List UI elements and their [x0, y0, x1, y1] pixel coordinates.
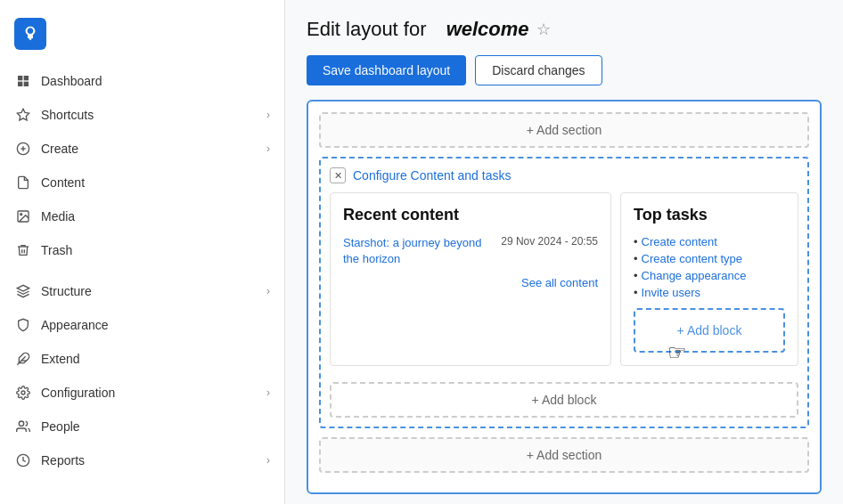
- discard-changes-button[interactable]: Discard changes: [475, 55, 602, 85]
- content-item: Starshot: a journey beyond the horizon 2…: [343, 235, 598, 267]
- page-title: Edit layout for welcome ☆: [307, 18, 822, 41]
- task-item: Change appearance: [634, 269, 785, 282]
- sidebar-item-label: Trash: [41, 243, 270, 257]
- svg-marker-4: [17, 109, 29, 120]
- blocks-row: Recent content Starshot: a journey beyon…: [330, 192, 798, 366]
- see-all-content-link-container: See all content: [343, 276, 598, 289]
- svg-rect-2: [18, 82, 22, 86]
- favorite-star-icon[interactable]: ☆: [536, 20, 551, 39]
- svg-rect-0: [18, 76, 22, 80]
- plus-circle-icon: [14, 140, 32, 158]
- add-block-label: + Add block: [677, 323, 742, 337]
- sidebar-item-trash[interactable]: Trash: [0, 233, 284, 267]
- add-section-top-label: + Add section: [527, 123, 602, 137]
- svg-marker-10: [17, 285, 29, 291]
- sidebar: Dashboard Shortcuts › Create › Content: [0, 0, 285, 504]
- puzzle-icon: [14, 350, 32, 368]
- section-container: ✕ Configure Content and tasks Recent con…: [319, 157, 809, 428]
- app-logo: [14, 18, 46, 50]
- task-link[interactable]: Create content type: [642, 252, 742, 265]
- sidebar-item-label: Shortcuts: [41, 108, 266, 122]
- svg-rect-1: [24, 76, 29, 80]
- configure-section-link[interactable]: Configure Content and tasks: [353, 168, 511, 183]
- trash-icon: [14, 241, 32, 259]
- svg-rect-3: [24, 82, 29, 86]
- content-item-link[interactable]: Starshot: a journey beyond the horizon: [343, 235, 487, 267]
- sidebar-item-label: Configuration: [41, 386, 266, 400]
- drupal-icon: [21, 25, 39, 43]
- task-link[interactable]: Change appearance: [642, 269, 747, 282]
- chevron-right-icon: ›: [266, 386, 270, 399]
- sidebar-item-label: Media: [41, 209, 270, 224]
- task-link[interactable]: Create content: [642, 235, 717, 248]
- task-list: Create content Create content type Chang…: [634, 235, 785, 299]
- add-section-bottom[interactable]: + Add section: [319, 437, 809, 473]
- chevron-right-icon: ›: [266, 109, 270, 121]
- sidebar-item-label: Structure: [41, 284, 266, 298]
- people-icon: [14, 418, 32, 435]
- toolbar: Save dashboard layout Discard changes: [307, 55, 822, 85]
- task-item: Invite users: [634, 286, 785, 299]
- sidebar-item-people[interactable]: People: [0, 410, 284, 443]
- task-item: Create content type: [634, 252, 785, 265]
- chevron-right-icon: ›: [266, 454, 270, 467]
- sidebar-item-content[interactable]: Content: [0, 166, 284, 199]
- content-item-date: 29 Nov 2024 - 20:55: [501, 235, 598, 248]
- chevron-right-icon: ›: [266, 142, 270, 155]
- top-tasks-block: Top tasks Create content Create content …: [620, 192, 798, 366]
- main-content: Edit layout for welcome ☆ Save dashboard…: [285, 0, 843, 504]
- task-link[interactable]: Invite users: [642, 286, 700, 299]
- sidebar-item-label: Content: [41, 175, 270, 190]
- sidebar-item-label: Dashboard: [41, 74, 270, 88]
- top-tasks-title: Top tasks: [634, 206, 785, 224]
- task-item: Create content: [634, 235, 785, 248]
- sidebar-item-dashboard[interactable]: Dashboard: [0, 64, 284, 98]
- star-icon: [14, 106, 32, 124]
- see-all-content-link[interactable]: See all content: [521, 276, 598, 289]
- add-block-bottom[interactable]: + Add block: [330, 382, 798, 418]
- clock-icon: [14, 451, 32, 469]
- sidebar-item-label: Extend: [41, 352, 270, 366]
- image-icon: [14, 207, 32, 225]
- sidebar-item-label: People: [41, 419, 270, 434]
- sidebar-item-label: Appearance: [41, 318, 270, 332]
- gear-icon: [14, 384, 32, 402]
- section-header: ✕ Configure Content and tasks: [330, 167, 798, 183]
- svg-point-13: [21, 391, 25, 394]
- recent-content-title: Recent content: [343, 206, 598, 224]
- sidebar-item-extend[interactable]: Extend: [0, 342, 284, 376]
- sidebar-item-create[interactable]: Create ›: [0, 132, 284, 166]
- recent-content-block: Recent content Starshot: a journey beyon…: [330, 192, 611, 366]
- sidebar-item-structure[interactable]: Structure ›: [0, 274, 284, 308]
- close-icon: ✕: [334, 170, 342, 182]
- add-section-bottom-label: + Add section: [527, 448, 602, 462]
- save-dashboard-button[interactable]: Save dashboard layout: [307, 55, 466, 85]
- sidebar-item-reports[interactable]: Reports ›: [0, 443, 284, 477]
- layout-editor: + Add section ✕ Configure Content and ta…: [307, 100, 822, 494]
- layers-icon: [14, 282, 32, 300]
- shield-icon: [14, 316, 32, 334]
- add-block-bottom-label: + Add block: [532, 393, 597, 407]
- section-close-button[interactable]: ✕: [330, 167, 346, 183]
- sidebar-item-appearance[interactable]: Appearance: [0, 308, 284, 342]
- sidebar-item-label: Create: [41, 142, 266, 156]
- logo-area: [0, 11, 284, 64]
- dashboard-icon: [14, 72, 32, 90]
- svg-point-9: [20, 214, 22, 215]
- svg-point-14: [19, 421, 23, 426]
- sidebar-navigation: Dashboard Shortcuts › Create › Content: [0, 64, 284, 477]
- sidebar-item-media[interactable]: Media: [0, 199, 284, 233]
- file-icon: [14, 174, 32, 191]
- sidebar-item-shortcuts[interactable]: Shortcuts ›: [0, 98, 284, 132]
- sidebar-item-label: Reports: [41, 453, 266, 467]
- add-section-top[interactable]: + Add section: [319, 112, 809, 148]
- chevron-right-icon: ›: [266, 285, 270, 297]
- sidebar-item-configuration[interactable]: Configuration ›: [0, 376, 284, 410]
- add-block-button[interactable]: + Add block: [634, 308, 785, 353]
